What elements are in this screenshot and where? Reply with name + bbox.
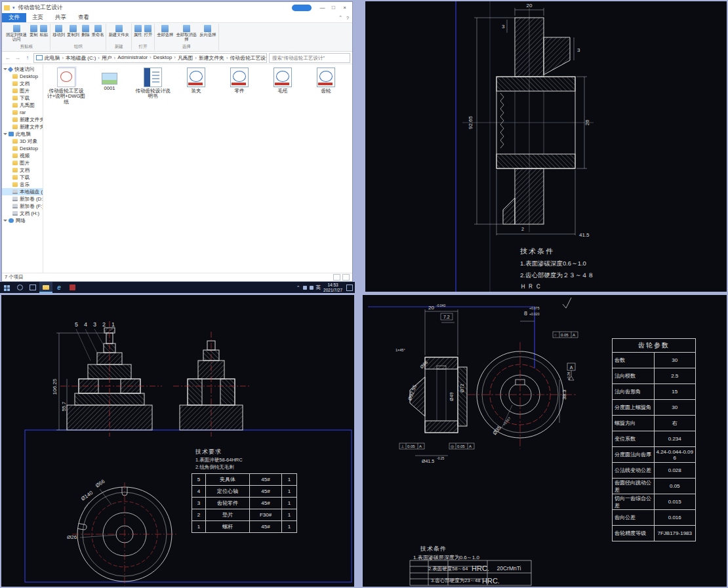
sidebar-item[interactable]: 此电脑 — [2, 130, 43, 138]
sidebar-item[interactable]: 新建文件夹2 — [2, 123, 43, 130]
breadcrumb-segment[interactable]: 传动齿轮工艺设计 — [230, 54, 267, 62]
sidebar-item[interactable]: rar — [2, 109, 43, 116]
file-item[interactable]: 0001 — [89, 68, 130, 91]
sidebar-item[interactable]: 网络 — [2, 217, 43, 224]
breadcrumb-segment[interactable]: Desktop — [153, 54, 178, 62]
minimize-button[interactable]: — — [317, 3, 328, 12]
titlebar-badge[interactable] — [292, 5, 312, 11]
gear-param-value: 4.24-0.044-0.096 — [654, 447, 696, 463]
details-view-icon[interactable] — [333, 274, 340, 281]
surface-roughness-icon — [563, 298, 571, 308]
breadcrumb-segment[interactable]: 凡禹图 — [178, 54, 199, 62]
tab-share[interactable]: 共享 — [49, 13, 72, 22]
volume-icon[interactable] — [303, 286, 307, 290]
ribbon-button[interactable]: 全部取消选择 — [175, 24, 197, 42]
item-count: 7 个项目 — [5, 274, 24, 281]
tab-file[interactable]: 文件 — [2, 13, 26, 22]
up-icon[interactable]: ↑ — [24, 54, 31, 61]
sidebar-item[interactable]: 文档 — [2, 80, 43, 87]
tab-view[interactable]: 查看 — [72, 13, 95, 22]
collapse-ribbon-icon[interactable]: ⌃ — [338, 15, 342, 20]
file-item[interactable]: 零件 — [219, 68, 260, 94]
ribbon-button[interactable]: 重命名 — [92, 24, 104, 37]
parts-table-row: 3 齿轮零件 45# 1 — [192, 498, 297, 509]
titlebar[interactable]: ▾ 传动齿轮工艺设计 — □ × — [2, 2, 352, 13]
gear-param-value: 0.028 — [654, 463, 696, 479]
file-item[interactable]: 传动齿轮工艺设计+说明+DWG图纸 — [46, 68, 87, 105]
svg-text:0.05: 0.05 — [407, 444, 415, 448]
sidebar-item[interactable]: 快速访问 — [2, 66, 43, 73]
taskbar-clock[interactable]: 14:53 2021/7/27 — [323, 283, 342, 292]
ribbon-button[interactable]: 打开 — [144, 24, 153, 37]
search-box[interactable] — [269, 53, 350, 63]
file-list-pane[interactable]: 传动齿轮工艺设计+说明+DWG图纸 0001 传动齿轮设计说明书 装夹 零件 — [43, 64, 352, 273]
ribbon-button[interactable]: 移动到 — [52, 24, 65, 37]
back-icon[interactable]: ← — [4, 54, 12, 61]
action-center-icon[interactable] — [346, 284, 353, 291]
network-icon[interactable] — [310, 286, 313, 290]
quick-access-toolbar[interactable]: ▾ — [12, 5, 15, 10]
sidebar-item[interactable]: Desktop — [2, 145, 43, 152]
file-item[interactable]: 装夹 — [176, 68, 216, 94]
taskbar-explorer-button[interactable] — [39, 282, 52, 293]
sidebar-item-label: 新加卷 (F:) — [20, 203, 43, 210]
breadcrumb[interactable]: 此电脑本地磁盘 (C:)用户AdministratorDesktop凡禹图新建文… — [33, 53, 267, 63]
breadcrumb-segment[interactable]: 新建文件夹 — [199, 54, 230, 62]
sidebar-item[interactable]: Desktop — [2, 73, 43, 80]
sidebar-item[interactable]: 图片 — [2, 87, 43, 94]
ribbon-button[interactable]: 新建文件夹 — [108, 24, 129, 37]
sidebar-item[interactable]: 音乐 — [2, 181, 43, 188]
file-name: 装夹 — [191, 88, 201, 94]
file-name: 毛坯 — [277, 88, 287, 94]
ribbon-button[interactable]: 粘贴 — [40, 24, 49, 37]
sidebar-item[interactable]: 新加卷 (F:) — [2, 203, 43, 210]
maximize-button[interactable]: □ — [328, 3, 339, 12]
start-button[interactable] — [0, 282, 13, 293]
balloon-4: 4 — [84, 321, 87, 328]
breadcrumb-segment[interactable]: 此电脑 — [45, 54, 66, 62]
sidebar-item[interactable]: 视频 — [2, 152, 43, 159]
forward-icon[interactable]: → — [14, 54, 22, 61]
file-item[interactable]: 传动齿轮设计说明书 — [132, 68, 173, 100]
sidebar-item[interactable]: 文档 (H:) — [2, 210, 43, 217]
taskbar-cad-button[interactable] — [66, 282, 79, 293]
sidebar-item[interactable]: 凡禹图 — [2, 102, 43, 109]
ribbon-button[interactable]: 删除 — [81, 24, 90, 37]
tray-chevron-icon[interactable]: ⌃ — [296, 285, 300, 290]
breadcrumb-segment[interactable]: 用户 — [102, 54, 117, 62]
file-item[interactable]: 齿轮 — [306, 68, 346, 94]
sidebar-item-label: 网络 — [16, 218, 26, 224]
part-name: 夹具体 — [206, 474, 250, 486]
ribbon-button[interactable]: 全部选择 — [157, 24, 173, 37]
sidebar-item[interactable]: 新加卷 (D:) — [2, 195, 43, 203]
sidebar-item[interactable]: 3D 对象 — [2, 138, 43, 145]
ribbon-button[interactable]: 属性 — [134, 24, 142, 37]
sidebar-item[interactable]: 文档 — [2, 167, 43, 174]
breadcrumb-segment[interactable]: Administrator — [117, 54, 153, 62]
gear-param-value: 30 — [654, 353, 696, 368]
ribbon-button[interactable]: 反向选择 — [199, 24, 216, 37]
tab-home[interactable]: 主页 — [26, 13, 49, 22]
thumbnail-view-icon[interactable] — [342, 274, 350, 281]
sidebar-item[interactable]: 图片 — [2, 159, 43, 167]
ribbon-button[interactable]: 复制到 — [67, 24, 79, 37]
file-item[interactable]: 毛坯 — [262, 68, 303, 94]
search-input[interactable] — [271, 54, 348, 62]
help-icon[interactable]: ? — [346, 16, 349, 20]
sidebar-item[interactable]: 下载 — [2, 174, 43, 181]
part-name: 齿轮零件 — [206, 498, 250, 509]
sidebar-item[interactable]: 本地磁盘 (C:) — [2, 188, 43, 195]
breadcrumb-segment[interactable]: 本地磁盘 (C:) — [66, 54, 102, 62]
sidebar-item[interactable]: 新建文件夹 — [2, 116, 43, 123]
taskbar-browser-button[interactable]: e — [52, 282, 66, 293]
dim-bottom-tol: -0.25 — [437, 456, 445, 460]
sidebar-item-icon — [12, 110, 18, 115]
task-view-button[interactable] — [26, 282, 39, 293]
ime-indicator[interactable]: 英 — [316, 284, 321, 291]
close-button[interactable]: × — [339, 3, 350, 12]
ribbon-button[interactable]: 固定到快速访问 — [5, 24, 28, 42]
sidebar-item-icon — [9, 218, 14, 223]
search-button[interactable] — [13, 282, 26, 293]
sidebar-item[interactable]: 下载 — [2, 94, 43, 102]
ribbon-button[interactable]: 复制 — [30, 24, 38, 37]
